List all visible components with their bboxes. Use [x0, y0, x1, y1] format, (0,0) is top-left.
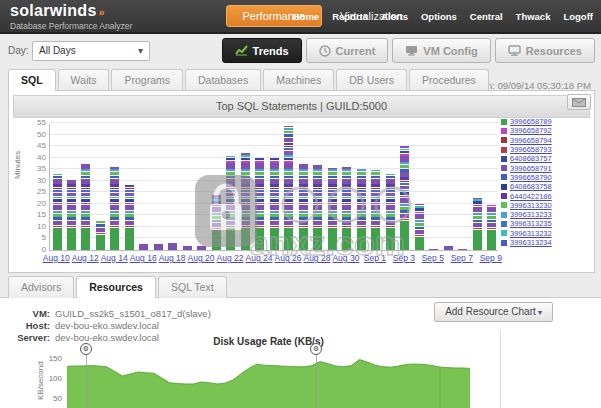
nav-link-options[interactable]: Options [421, 11, 457, 22]
legend-item[interactable]: 3996658793 [501, 145, 552, 154]
stacked-bar-aug-27[interactable] [299, 163, 308, 250]
legend-item[interactable]: 3996658791 [501, 163, 552, 172]
nav-link-alerts[interactable]: Alerts [381, 11, 408, 22]
x-label-sep-7[interactable]: Sep 7 [451, 253, 473, 263]
tab-sql[interactable]: SQL [8, 69, 56, 91]
stacked-bar-aug-29[interactable] [328, 167, 337, 250]
stacked-bar-aug-22[interactable] [226, 155, 235, 250]
nav-link-reports[interactable]: Reports [332, 11, 368, 22]
stacked-bar-aug-23[interactable] [241, 152, 250, 250]
legend-item[interactable]: 6408683758 [501, 182, 552, 191]
x-label-aug-18[interactable]: Aug 18 [159, 253, 186, 263]
stacked-bar-sep-9[interactable] [487, 205, 496, 250]
x-label-aug-16[interactable]: Aug 16 [130, 253, 157, 263]
bar-segment [299, 228, 308, 250]
x-label-aug-22[interactable]: Aug 22 [217, 253, 244, 263]
legend-item[interactable]: 3996658794 [501, 136, 552, 145]
legend-item[interactable]: 3996658789 [501, 117, 552, 126]
legend-swatch [501, 212, 507, 218]
x-label-sep-9[interactable]: Sep 9 [480, 253, 502, 263]
legend-item[interactable]: 6440422186 [501, 191, 552, 200]
legend-item[interactable]: 3996313232 [501, 229, 552, 238]
x-label-aug-12[interactable]: Aug 12 [72, 253, 99, 263]
tab-waits[interactable]: Waits [58, 69, 110, 91]
stacked-bar-sep-5[interactable] [429, 248, 438, 250]
subtab-sql-text[interactable]: SQL Text [158, 276, 227, 298]
current-view-button[interactable]: Current [306, 38, 389, 63]
stacked-bar-aug-19[interactable] [183, 245, 192, 250]
legend-item[interactable]: 3996313235 [501, 219, 552, 228]
stacked-bar-sep-8[interactable] [473, 198, 482, 250]
nav-link-home[interactable]: Home [293, 11, 319, 22]
tab-db-users[interactable]: DB Users [336, 69, 407, 91]
stacked-bar-aug-24[interactable] [255, 156, 264, 250]
stacked-bar-sep-7[interactable] [458, 248, 467, 250]
legend-item[interactable]: 3996658792 [501, 126, 552, 135]
tab-procedures[interactable]: Procedures [409, 69, 489, 91]
x-label-aug-28[interactable]: Aug 28 [303, 253, 330, 263]
tab-machines[interactable]: Machines [263, 69, 334, 91]
stacked-bar-sep-4[interactable] [415, 204, 424, 250]
stacked-bar-sep-6[interactable] [444, 245, 453, 250]
nav-link-thwack[interactable]: Thwack [516, 11, 551, 22]
x-label-aug-14[interactable]: Aug 14 [101, 253, 128, 263]
resources-view-button[interactable]: Resources [495, 38, 595, 63]
stacked-bar-aug-28[interactable] [313, 165, 322, 250]
bar-segment [255, 163, 264, 168]
time-slider-handle[interactable]: ⚙ [310, 343, 322, 355]
stacked-bar-aug-12[interactable] [81, 163, 90, 250]
subtab-resources[interactable]: Resources [76, 276, 156, 298]
nav-link-logoff[interactable]: Logoff [563, 11, 593, 22]
x-label-aug-10[interactable]: Aug 10 [43, 253, 70, 263]
bar-segment [53, 226, 62, 227]
stacked-bar-aug-10[interactable] [53, 174, 62, 250]
bar-segment [226, 163, 235, 168]
legend-item[interactable]: 3996313230 [501, 201, 552, 210]
trends-view-button[interactable]: Trends [222, 38, 302, 63]
stacked-bar-aug-14[interactable] [110, 166, 119, 250]
stacked-bar-sep-3[interactable] [400, 145, 409, 250]
email-chart-button[interactable] [567, 94, 591, 110]
legend-item[interactable]: 3996313234 [501, 238, 552, 247]
info-row: Host:dev-bou-eko.swdev.local [10, 320, 211, 332]
stacked-bar-aug-16[interactable] [139, 243, 148, 250]
x-label-sep-1[interactable]: Sep 1 [364, 253, 386, 263]
bar-segment [473, 228, 482, 229]
legend-item[interactable]: 6408683757 [501, 154, 552, 163]
stacked-bar-aug-18[interactable] [168, 242, 177, 250]
add-resource-chart-button[interactable]: Add Resource Chart [434, 302, 553, 322]
stacked-bar-aug-21[interactable] [212, 195, 221, 250]
stacked-bar-aug-26[interactable] [284, 125, 293, 250]
x-label-aug-24[interactable]: Aug 24 [246, 253, 273, 263]
x-label-aug-30[interactable]: Aug 30 [332, 253, 359, 263]
legend-item[interactable]: 3996313233 [501, 210, 552, 219]
bar-segment [400, 190, 409, 191]
vm-config-view-button[interactable]: VM Config [392, 38, 490, 63]
time-slider-handle[interactable]: ⚙ [80, 343, 92, 355]
stacked-bar-aug-25[interactable] [270, 158, 279, 250]
subtab-advisors[interactable]: Advisors [8, 276, 74, 298]
stacked-bar-aug-15[interactable] [125, 184, 134, 250]
x-label-sep-5[interactable]: Sep 5 [422, 253, 444, 263]
stacked-bar-aug-31[interactable] [357, 168, 366, 250]
stacked-bar-sep-1[interactable] [371, 169, 380, 250]
nav-link-central[interactable]: Central [470, 11, 503, 22]
tab-programs[interactable]: Programs [111, 69, 183, 91]
day-select[interactable]: All Days [32, 41, 150, 61]
bar-segment [226, 188, 235, 189]
stacked-bar-aug-13[interactable] [96, 220, 105, 250]
x-label-aug-20[interactable]: Aug 20 [188, 253, 215, 263]
stacked-bar-aug-30[interactable] [342, 166, 351, 250]
stacked-bar-sep-2[interactable] [386, 174, 395, 250]
gridline [50, 122, 498, 123]
bar-segment [415, 204, 424, 205]
stacked-bar-aug-20[interactable] [197, 245, 206, 250]
legend-item[interactable]: 3996658790 [501, 173, 552, 182]
app-header: solarwinds» Database Performance Analyze… [0, 0, 601, 34]
bar-segment [371, 217, 380, 220]
stacked-bar-aug-11[interactable] [67, 180, 76, 250]
stacked-bar-aug-17[interactable] [154, 243, 163, 250]
x-label-sep-3[interactable]: Sep 3 [393, 253, 415, 263]
x-label-aug-26[interactable]: Aug 26 [274, 253, 301, 263]
tab-databases[interactable]: Databases [185, 69, 261, 91]
